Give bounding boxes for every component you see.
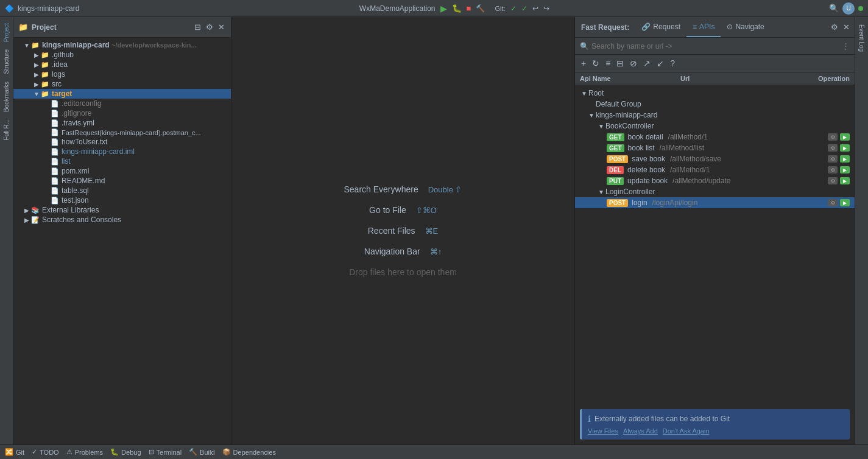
recent-files-shortcut: ⌘E bbox=[425, 226, 439, 236]
bottom-terminal[interactable]: ⊟ Terminal bbox=[149, 448, 182, 456]
goto-file-action[interactable]: Go to File ⇧⌘O bbox=[369, 205, 437, 215]
fr-cancel-btn[interactable]: ⊘ bbox=[629, 57, 638, 69]
bottom-build[interactable]: 🔨 Build bbox=[189, 448, 214, 456]
tree-item-howtouser[interactable]: 📄 howToUser.txt bbox=[13, 137, 231, 147]
fr-notif-view-files[interactable]: View Files bbox=[588, 427, 618, 435]
fr-tree-book-controller[interactable]: ▼ BookController bbox=[575, 121, 855, 131]
tab-navigate[interactable]: ⊙ Navigate bbox=[721, 17, 770, 37]
dependencies-icon: 📦 bbox=[222, 448, 231, 456]
bottom-dependencies[interactable]: 📦 Dependencies bbox=[222, 448, 276, 456]
fr-layout-btn[interactable]: ≡ bbox=[604, 57, 612, 69]
tree-item-scratches[interactable]: ▶ 📝 Scratches and Consoles bbox=[13, 215, 231, 225]
tree-item-readme[interactable]: 📄 README.md bbox=[13, 176, 231, 186]
fr-tree-book-detail[interactable]: GET book detail /allMethod/1 ⚙ ▶ bbox=[575, 131, 855, 142]
fr-tree-update-book[interactable]: PUT update book /allMethod/update ⚙ ▶ bbox=[575, 175, 855, 186]
fr-delete-book-settings[interactable]: ⚙ bbox=[828, 166, 838, 173]
apis-tab-label: APIs bbox=[699, 23, 715, 31]
tree-item-testjson[interactable]: 📄 test.json bbox=[13, 195, 231, 205]
fr-search-more-btn[interactable]: ⋮ bbox=[842, 41, 850, 51]
tree-item-list[interactable]: 📄 list bbox=[13, 156, 231, 166]
nav-bar-action[interactable]: Navigation Bar ⌘↑ bbox=[364, 247, 442, 256]
fr-update-book-settings[interactable]: ⚙ bbox=[828, 177, 838, 184]
fr-link-btn[interactable]: ↗ bbox=[642, 57, 652, 69]
status-indicator bbox=[858, 6, 863, 11]
bottom-problems[interactable]: ⚠ Problems bbox=[66, 448, 103, 456]
tree-item-travis[interactable]: 📄 .travis.yml bbox=[13, 118, 231, 128]
tree-item-pom[interactable]: 📄 pom.xml bbox=[13, 166, 231, 176]
stop-button[interactable]: ■ bbox=[467, 4, 471, 13]
tab-apis[interactable]: ≡ APIs bbox=[686, 17, 721, 37]
fr-search-input[interactable] bbox=[591, 42, 839, 51]
tablesql-label: table.sql bbox=[62, 186, 89, 195]
tree-item-github[interactable]: ▶ 📁 .github bbox=[13, 50, 231, 60]
git-undo[interactable]: ↩ bbox=[532, 4, 538, 13]
sidebar-item-bookmarks[interactable]: Bookmarks bbox=[2, 78, 11, 116]
fr-tree-save-book[interactable]: POST save book /allMethod/save ⚙ ▶ bbox=[575, 153, 855, 164]
fastrequest-icon: 📄 bbox=[50, 128, 60, 136]
fr-add-btn[interactable]: + bbox=[580, 57, 587, 69]
fr-tree-book-list[interactable]: GET book list /allMethod/list ⚙ ▶ bbox=[575, 142, 855, 153]
show-options-btn[interactable]: ⚙ bbox=[205, 21, 214, 33]
tree-item-target[interactable]: ▼ 📁 target bbox=[13, 89, 231, 99]
center-content: Search Everywhere Double ⇧ Go to File ⇧⌘… bbox=[231, 17, 574, 444]
tree-item-src[interactable]: ▶ 📁 src bbox=[13, 79, 231, 89]
tree-item-fastrequest[interactable]: 📄 FastRequest(kings-miniapp-card).postma… bbox=[13, 128, 231, 137]
fr-book-detail-run[interactable]: ▶ bbox=[840, 133, 850, 141]
sidebar-item-structure[interactable]: Structure bbox=[2, 46, 11, 78]
root-icon: 📁 bbox=[30, 41, 40, 49]
search-top-button[interactable]: 🔍 bbox=[829, 4, 839, 13]
fr-layout2-btn[interactable]: ⊟ bbox=[615, 57, 625, 69]
fr-close-btn[interactable]: ✕ bbox=[842, 21, 851, 33]
fr-login-run[interactable]: ▶ bbox=[840, 199, 850, 206]
bottom-git[interactable]: 🔀 Git bbox=[5, 448, 24, 456]
fr-book-detail-settings[interactable]: ⚙ bbox=[828, 133, 838, 141]
center-panel: Search Everywhere Double ⇧ Go to File ⇧⌘… bbox=[231, 17, 574, 444]
user-avatar[interactable]: U bbox=[842, 2, 855, 15]
sidebar-item-project[interactable]: Project bbox=[2, 19, 11, 46]
tree-item-gitignore[interactable]: 📄 .gitignore bbox=[13, 108, 231, 118]
fr-notif-always-add[interactable]: Always Add bbox=[623, 427, 658, 435]
debug-button[interactable]: 🐛 bbox=[452, 4, 462, 13]
git-redo[interactable]: ↪ bbox=[543, 4, 549, 13]
fr-update-book-run[interactable]: ▶ bbox=[840, 177, 850, 184]
bottom-todo[interactable]: ✓ TODO bbox=[32, 448, 59, 456]
tab-request[interactable]: 🔗 Request bbox=[635, 17, 686, 37]
fr-save-book-run[interactable]: ▶ bbox=[840, 155, 850, 163]
fr-tree-login-controller[interactable]: ▼ LoginController bbox=[575, 186, 855, 197]
logs-arrow: ▶ bbox=[33, 71, 40, 78]
fr-book-list-run[interactable]: ▶ bbox=[840, 144, 850, 152]
fr-tree-default-group[interactable]: Default Group bbox=[575, 99, 855, 110]
fr-save-book-settings[interactable]: ⚙ bbox=[828, 155, 838, 163]
search-everywhere-action[interactable]: Search Everywhere Double ⇧ bbox=[344, 184, 462, 194]
fr-tree-login-endpoint[interactable]: POST login /loginApi/login ⚙ ▶ bbox=[575, 197, 855, 208]
fr-help-btn[interactable]: ? bbox=[669, 57, 676, 69]
tree-item-logs[interactable]: ▶ 📁 logs bbox=[13, 69, 231, 79]
tree-item-root[interactable]: ▼ 📁 kings-miniapp-card ~/develop/workspa… bbox=[13, 40, 231, 50]
tree-item-idea[interactable]: ▶ 📁 .idea bbox=[13, 60, 231, 69]
tree-item-editorconfig[interactable]: 📄 .editorconfig bbox=[13, 99, 231, 108]
sidebar-item-event-log[interactable]: Event Log bbox=[857, 19, 866, 57]
recent-files-action[interactable]: Recent Files ⌘E bbox=[368, 226, 438, 236]
fr-tree-delete-book[interactable]: DEL delete book /allMethod/1 ⚙ ▶ bbox=[575, 164, 855, 175]
fr-title: Fast Request: bbox=[575, 23, 635, 32]
tree-item-external-libs[interactable]: ▶ 📚 External Libraries bbox=[13, 205, 231, 215]
tree-item-tablesql[interactable]: 📄 table.sql bbox=[13, 186, 231, 195]
bottom-debug[interactable]: 🐛 Debug bbox=[110, 448, 141, 456]
fr-book-list-settings[interactable]: ⚙ bbox=[828, 144, 838, 152]
fr-login-settings[interactable]: ⚙ bbox=[828, 199, 838, 206]
tree-item-iml[interactable]: 📄 kings-miniapp-card.iml bbox=[13, 147, 231, 156]
fr-delete-book-run[interactable]: ▶ bbox=[840, 166, 850, 173]
fr-export-btn[interactable]: ↙ bbox=[655, 57, 665, 69]
app-icon: 🔷 bbox=[5, 4, 14, 13]
fr-refresh-btn[interactable]: ↻ bbox=[591, 57, 601, 69]
close-panel-btn[interactable]: ✕ bbox=[217, 21, 226, 33]
fr-notif-dont-ask[interactable]: Don't Ask Again bbox=[663, 427, 710, 435]
build-button[interactable]: 🔨 bbox=[476, 4, 485, 13]
fr-settings-btn[interactable]: ⚙ bbox=[830, 21, 839, 33]
collapse-all-btn[interactable]: ⊟ bbox=[193, 21, 202, 33]
run-button[interactable]: ▶ bbox=[440, 4, 447, 13]
fr-search-bar: 🔍 ⋮ bbox=[575, 38, 855, 55]
fr-tree-kings-group[interactable]: ▼ kings-miniapp-card bbox=[575, 110, 855, 121]
sidebar-item-full-request[interactable]: Full R... bbox=[2, 116, 11, 144]
fr-tree-root[interactable]: ▼ Root bbox=[575, 88, 855, 99]
